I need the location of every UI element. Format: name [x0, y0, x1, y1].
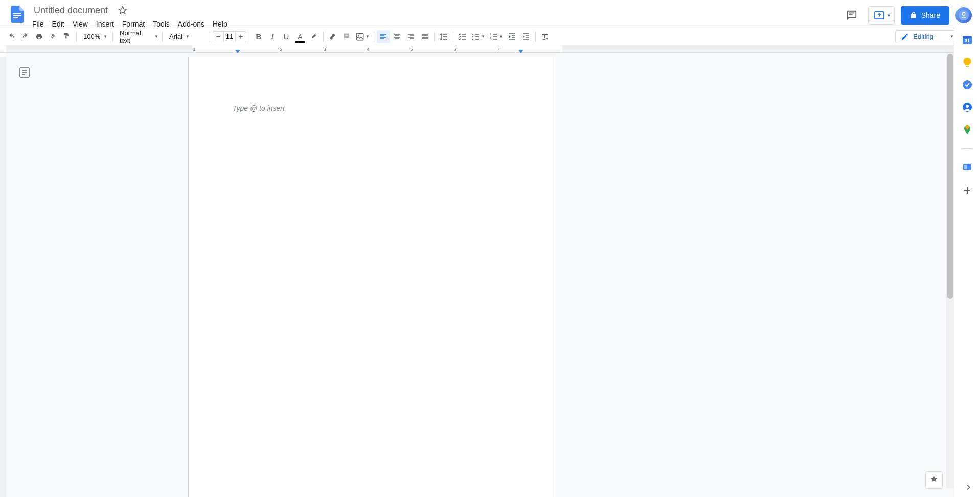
zoom-combo[interactable]: 100% ▼ — [79, 31, 110, 43]
document-page[interactable]: Type @ to insert — [188, 57, 556, 497]
align-justify-icon[interactable] — [418, 30, 431, 43]
calendar-icon[interactable]: 31 — [962, 35, 972, 45]
numbered-list-icon[interactable]: 123▼ — [488, 30, 505, 43]
editing-mode-button[interactable]: Editing ▼ — [895, 30, 958, 43]
explore-button[interactable] — [925, 471, 943, 489]
share-button[interactable]: Share — [901, 6, 949, 25]
menu-help[interactable]: Help — [209, 18, 231, 30]
separator — [210, 32, 210, 42]
spellcheck-icon[interactable] — [47, 30, 60, 43]
separator — [323, 32, 324, 42]
separator — [112, 32, 113, 42]
font-size-decrease-icon[interactable]: − — [213, 32, 223, 42]
svg-rect-1 — [13, 15, 21, 16]
text-color-icon[interactable]: A — [293, 30, 307, 43]
menu-edit[interactable]: Edit — [49, 18, 68, 30]
mode-label: Editing — [913, 33, 933, 40]
vertical-scrollbar[interactable] — [946, 53, 954, 488]
separator — [434, 32, 435, 42]
align-center-icon[interactable] — [391, 30, 404, 43]
menu-tools[interactable]: Tools — [149, 18, 173, 30]
lock-icon — [910, 12, 917, 19]
docs-logo-icon[interactable] — [8, 5, 27, 23]
outline-toggle-icon[interactable] — [17, 65, 32, 80]
tasks-icon[interactable] — [962, 80, 972, 90]
menu-format[interactable]: Format — [119, 18, 148, 30]
chevron-down-icon: ▼ — [499, 34, 503, 39]
highlight-icon[interactable] — [307, 30, 321, 43]
menu-file[interactable]: File — [29, 18, 48, 30]
separator — [374, 32, 374, 42]
document-title[interactable]: Untitled document — [31, 5, 111, 16]
comment-icon[interactable] — [340, 30, 353, 43]
ruler-mark: 4 — [367, 46, 369, 52]
chevron-down-icon: ▼ — [481, 34, 485, 39]
image-icon[interactable]: ▼ — [354, 30, 371, 43]
paragraph-style-combo[interactable]: Normal text ▼ — [116, 31, 159, 43]
align-right-icon[interactable] — [404, 30, 418, 43]
separator — [76, 32, 77, 42]
chevron-down-icon: ▼ — [887, 13, 891, 18]
separator — [535, 32, 536, 42]
svg-rect-4 — [849, 14, 852, 15]
underline-icon[interactable]: U — [280, 30, 293, 43]
account-avatar[interactable] — [955, 7, 972, 23]
clear-format-icon[interactable] — [538, 30, 552, 43]
ruler-mark: 6 — [453, 46, 456, 52]
explore-icon — [929, 475, 939, 485]
svg-rect-0 — [13, 13, 21, 14]
present-icon — [874, 11, 885, 20]
ruler-mark: 3 — [323, 46, 326, 52]
bold-icon[interactable]: B — [252, 30, 265, 43]
indent-decrease-icon[interactable] — [506, 30, 519, 43]
scrollbar-thumb[interactable] — [947, 54, 953, 299]
hide-side-panel-icon[interactable] — [965, 484, 972, 491]
svg-point-21 — [963, 80, 972, 89]
vertical-ruler[interactable] — [0, 53, 6, 497]
star-icon[interactable] — [116, 3, 130, 17]
present-button[interactable]: ▼ — [868, 6, 895, 25]
menu-insert[interactable]: Insert — [93, 18, 118, 30]
svg-point-10 — [472, 33, 473, 34]
bullet-list-icon[interactable]: ▼ — [470, 30, 487, 43]
italic-icon[interactable]: I — [266, 30, 279, 43]
font-combo[interactable]: Arial ▼ — [165, 31, 207, 43]
style-value: Normal text — [120, 29, 151, 44]
align-left-icon[interactable] — [377, 30, 390, 43]
editor-canvas: Type @ to insert — [0, 53, 954, 497]
menu-view[interactable]: View — [69, 18, 92, 30]
svg-point-11 — [472, 36, 473, 37]
checklist-icon[interactable] — [456, 30, 469, 43]
line-spacing-icon[interactable] — [437, 30, 450, 43]
separator — [249, 32, 249, 42]
font-value: Arial — [169, 33, 183, 40]
font-size-input[interactable] — [223, 32, 236, 42]
paint-format-icon[interactable] — [60, 30, 74, 43]
ruler-mark: 2 — [280, 46, 282, 52]
chevron-down-icon: ▼ — [186, 34, 190, 39]
addon-icon[interactable] — [962, 162, 972, 172]
link-icon[interactable] — [326, 30, 339, 43]
maps-icon[interactable] — [962, 125, 972, 135]
svg-point-9 — [358, 34, 359, 35]
add-icon[interactable] — [962, 185, 972, 196]
svg-point-12 — [472, 38, 473, 39]
svg-text:3: 3 — [490, 38, 491, 41]
toolbar: 100% ▼ Normal text ▼ Arial ▼ − + B I U A… — [0, 28, 980, 45]
horizontal-ruler[interactable]: 1 2 3 4 5 6 7 — [0, 45, 980, 53]
share-label: Share — [921, 11, 940, 19]
print-icon[interactable] — [33, 30, 46, 43]
svg-rect-26 — [964, 165, 967, 169]
insert-placeholder: Type @ to insert — [233, 104, 285, 112]
redo-icon[interactable] — [19, 30, 32, 43]
keep-icon[interactable] — [962, 57, 972, 67]
ruler-mark: 7 — [497, 46, 499, 52]
contacts-icon[interactable] — [962, 102, 972, 112]
comment-history-icon[interactable] — [841, 5, 862, 26]
svg-point-23 — [966, 105, 969, 108]
menu-addons[interactable]: Add-ons — [174, 18, 208, 30]
undo-icon[interactable] — [5, 30, 18, 43]
indent-increase-icon[interactable] — [519, 30, 533, 43]
font-size-increase-icon[interactable]: + — [236, 32, 246, 42]
ruler-mark: 1 — [193, 46, 195, 52]
